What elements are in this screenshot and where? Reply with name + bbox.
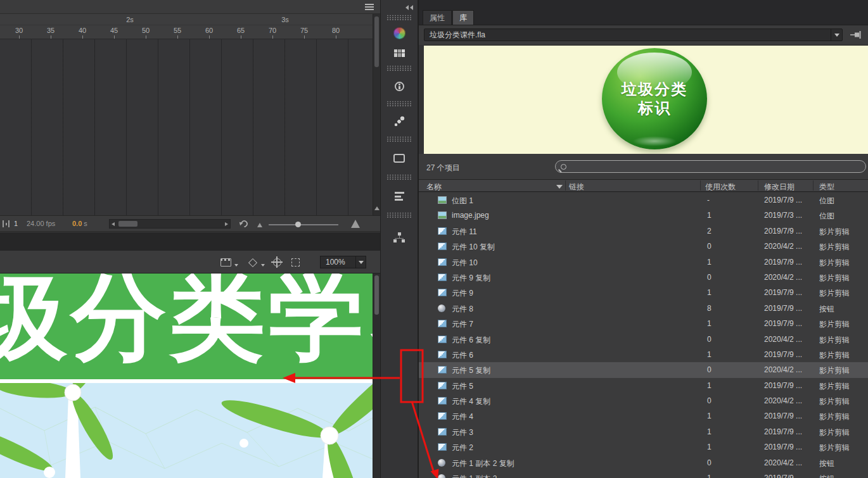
library-row[interactable]: 元件 1 副本 2 1 2019/7/9 ... 按钮: [419, 470, 868, 478]
frame-number: 80: [332, 27, 340, 34]
item-modified-date: 2019/7/9 ...: [764, 196, 815, 204]
dock-grip[interactable]: [386, 136, 412, 142]
library-item-preview[interactable]: 垃圾分类 标识: [424, 45, 868, 154]
project-panel-button[interactable]: [381, 220, 418, 255]
dock-grip[interactable]: [386, 65, 412, 72]
frame-number: 65: [237, 27, 245, 34]
timeline-frame-grid[interactable]: [0, 39, 373, 215]
library-row[interactable]: 元件 10 1 2019/7/9 ... 影片剪辑: [419, 255, 868, 270]
item-type: 影片剪辑: [819, 288, 867, 299]
sort-descending-icon[interactable]: [556, 185, 563, 189]
clip-to-stage-icon[interactable]: [291, 258, 300, 267]
timeline-seconds-ruler[interactable]: 2s3s: [0, 14, 373, 25]
symbol-type-icon: [438, 443, 447, 451]
column-header-modified[interactable]: 修改日期: [764, 182, 795, 192]
edit-scene-icon[interactable]: [220, 258, 231, 267]
pin-panel-icon[interactable]: [850, 30, 862, 41]
ruler-tick: [177, 35, 178, 39]
library-row[interactable]: 元件 5 复制 0 2020/4/2 ... 影片剪辑: [419, 362, 868, 377]
item-name: 元件 1 副本 2 复制: [452, 458, 514, 469]
info-panel-button[interactable]: [381, 73, 418, 99]
symbol-type-icon: [438, 366, 447, 374]
symbol-type-icon: [438, 242, 447, 250]
stage-vertical-scrollbar[interactable]: [373, 274, 380, 478]
library-row[interactable]: 元件 3 1 2019/7/9 ... 影片剪辑: [419, 424, 868, 439]
chevron-down-icon[interactable]: [261, 264, 265, 267]
dock-grip[interactable]: [386, 15, 412, 21]
timeline-horizontal-scrollbar[interactable]: [109, 219, 231, 229]
scrollbar-thumb[interactable]: [374, 16, 379, 67]
large-frames-icon[interactable]: [351, 220, 360, 228]
timeline-frames-ruler[interactable]: 3035404550556065707580: [0, 25, 373, 39]
preview-text-line2: 标识: [638, 99, 671, 118]
library-row[interactable]: 元件 4 复制 0 2020/4/2 ... 影片剪辑: [419, 393, 868, 408]
library-row[interactable]: 元件 1 副本 2 复制 0 2020/4/2 ... 按钮: [419, 455, 868, 470]
ruler-tick: [272, 35, 273, 39]
item-use-count: 1: [707, 319, 745, 328]
library-row[interactable]: 元件 9 复制 0 2020/4/2 ... 影片剪辑: [419, 270, 868, 285]
library-row[interactable]: 元件 11 2 2019/7/9 ... 影片剪辑: [419, 223, 868, 239]
item-modified-date: 2019/7/9 ...: [764, 412, 815, 420]
library-row[interactable]: 元件 4 1 2019/7/9 ... 影片剪辑: [419, 408, 868, 424]
library-row[interactable]: 位图 1 - 2019/7/9 ... 位图: [419, 192, 868, 208]
color-panel-button[interactable]: [381, 23, 418, 43]
dock-grip[interactable]: [386, 101, 412, 107]
motion-presets-panel-button[interactable]: [381, 109, 418, 134]
library-search-box[interactable]: [555, 160, 866, 173]
expand-dock-icon[interactable]: [404, 3, 413, 12]
frame-rate-value[interactable]: 24.00 fps: [27, 220, 55, 227]
dock-grip[interactable]: [386, 174, 412, 180]
library-row[interactable]: 元件 8 8 2019/7/9 ... 按钮: [419, 301, 868, 316]
timeline-vertical-scrollbar[interactable]: [373, 14, 380, 215]
library-row[interactable]: 元件 9 1 2019/7/9 ... 影片剪辑: [419, 285, 868, 300]
banner-title-text: 垃圾分类学习: [0, 274, 373, 371]
reset-zoom-icon[interactable]: [239, 219, 250, 229]
swatches-panel-button[interactable]: [381, 43, 418, 63]
library-row[interactable]: 元件 7 1 2019/7/9 ... 影片剪辑: [419, 316, 868, 331]
column-header-use-count[interactable]: 使用次数: [705, 182, 736, 192]
frame-number: 45: [110, 27, 118, 34]
scroll-left-arrow-icon[interactable]: [112, 222, 115, 226]
search-input[interactable]: [570, 162, 865, 171]
scrollbar-thumb[interactable]: [118, 221, 137, 227]
library-row[interactable]: 元件 5 1 2019/7/9 ... 影片剪辑: [419, 378, 868, 393]
small-frames-icon[interactable]: [257, 223, 262, 227]
item-name: 元件 2: [452, 443, 473, 453]
scene-panel-button[interactable]: [381, 144, 418, 172]
item-use-count: 1: [707, 258, 745, 267]
library-row[interactable]: image.jpeg 1 2019/7/3 ... 位图: [419, 208, 868, 223]
chevron-down-icon[interactable]: [355, 256, 366, 268]
stage-canvas[interactable]: 垃圾分类学习: [0, 274, 373, 478]
item-use-count: 0: [707, 365, 745, 374]
frame-size-slider[interactable]: [269, 224, 338, 225]
align-panel-button[interactable]: [381, 182, 418, 210]
frame-number: 30: [15, 27, 23, 34]
tab-library[interactable]: 库: [452, 10, 474, 25]
scroll-right-arrow-icon[interactable]: [225, 222, 228, 226]
panel-menu-icon[interactable]: [365, 4, 374, 10]
library-row[interactable]: 元件 2 1 2019/7/9 ... 影片剪辑: [419, 439, 868, 455]
library-row[interactable]: 元件 10 复制 0 2020/4/2 ... 影片剪辑: [419, 239, 868, 254]
edit-symbol-icon[interactable]: [248, 258, 257, 267]
column-header-type[interactable]: 类型: [819, 182, 834, 192]
center-frame-icon[interactable]: [3, 220, 10, 227]
chevron-down-icon[interactable]: [234, 264, 238, 267]
center-stage-icon[interactable]: [273, 258, 281, 267]
second-label: 2s: [126, 16, 134, 23]
chevron-down-icon[interactable]: [831, 29, 842, 41]
tab-properties[interactable]: 属性: [423, 10, 452, 25]
symbol-type-icon: [438, 227, 447, 235]
item-use-count: 1: [707, 427, 745, 436]
scroll-up-arrow-icon[interactable]: [374, 206, 380, 210]
column-header-name[interactable]: 名称: [426, 182, 442, 192]
library-row[interactable]: 元件 6 1 2019/7/9 ... 影片剪辑: [419, 347, 868, 362]
scrollbar-thumb[interactable]: [374, 275, 379, 315]
document-select[interactable]: 垃圾分类课件.fla: [424, 28, 843, 41]
column-header-linkage[interactable]: 链接: [569, 182, 584, 192]
slider-thumb[interactable]: [295, 222, 301, 227]
item-modified-date: 2020/4/2 ...: [764, 365, 815, 374]
item-name: 元件 4: [452, 412, 473, 422]
zoom-select[interactable]: 100%: [320, 256, 366, 268]
library-row[interactable]: 元件 6 复制 0 2020/4/2 ... 影片剪辑: [419, 332, 868, 347]
dock-grip[interactable]: [386, 212, 412, 218]
